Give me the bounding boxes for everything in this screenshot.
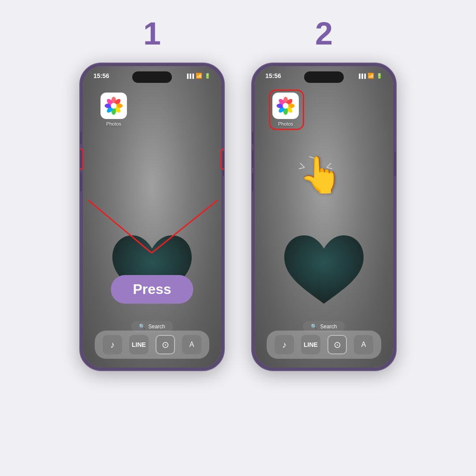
status-icons-1: ▐▐▐ 📶 🔋: [186, 73, 211, 79]
tap-hand-cursor: 👆: [299, 154, 343, 196]
photos-icon-img-1: [100, 93, 127, 119]
wifi-icon-2: 📶: [368, 73, 374, 79]
step-1-number: 1: [143, 18, 161, 49]
dynamic-island-2: [304, 71, 344, 83]
svg-point-10: [111, 103, 116, 108]
status-icons-2: ▐▐▐ 📶 🔋: [357, 73, 383, 79]
battery-icon-2: 🔋: [376, 73, 383, 79]
main-container: 1 15:56: [0, 0, 476, 476]
search-icon-1: 🔍: [139, 324, 145, 330]
dock-line-1[interactable]: LINE: [129, 335, 149, 354]
step-1-block: 1 15:56: [79, 18, 225, 371]
phone-1-inner: 15:56 ▐▐▐ 📶 🔋: [83, 66, 221, 368]
dock-appstore-1[interactable]: A: [182, 335, 201, 354]
dock-instagram-1[interactable]: ⊙: [156, 335, 175, 354]
press-button-1[interactable]: Press: [111, 275, 193, 304]
phone-2: 15:56 ▐▐▐ 📶 🔋: [251, 63, 397, 371]
search-text-2: Search: [320, 324, 337, 330]
step-2-block: 2 15:56 ▐▐▐ 📶 🔋: [251, 18, 397, 371]
time-2: 15:56: [265, 72, 281, 79]
dock-appstore-2[interactable]: A: [354, 335, 373, 354]
photos-flower-svg-1: [104, 96, 123, 115]
wifi-icon-1: 📶: [196, 73, 202, 79]
dock-music-1[interactable]: ♪: [103, 335, 122, 354]
battery-icon-1: 🔋: [205, 73, 211, 79]
photos-app-1[interactable]: Photos: [100, 93, 127, 126]
search-icon-2: 🔍: [311, 324, 317, 330]
red-highlight-box: [269, 89, 304, 130]
phone-2-screen: 15:56 ▐▐▐ 📶 🔋: [255, 66, 393, 368]
signal-icon-2: ▐▐▐: [357, 74, 365, 78]
phone-2-inner: 15:56 ▐▐▐ 📶 🔋: [255, 66, 393, 368]
signal-icon-1: ▐▐▐: [186, 74, 193, 78]
dock-music-2[interactable]: ♪: [275, 335, 294, 354]
photos-label-1: Photos: [106, 121, 121, 126]
dock-2: ♪ LINE ⊙ A: [267, 331, 381, 359]
dock-1: ♪ LINE ⊙ A: [95, 331, 209, 359]
dock-line-2[interactable]: LINE: [301, 335, 320, 354]
dock-instagram-2[interactable]: ⊙: [327, 335, 347, 354]
search-text-1: Search: [148, 324, 165, 330]
time-1: 15:56: [93, 72, 109, 79]
dynamic-island-1: [132, 71, 172, 83]
step-2-number: 2: [315, 18, 333, 49]
phone-1: 15:56 ▐▐▐ 📶 🔋: [79, 63, 225, 371]
phone-1-screen: 15:56 ▐▐▐ 📶 🔋: [83, 66, 221, 368]
heart-wallpaper-2: [280, 233, 368, 310]
